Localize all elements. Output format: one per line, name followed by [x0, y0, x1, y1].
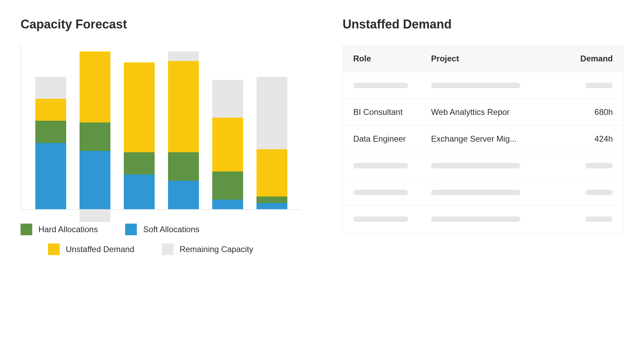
legend-label-soft: Soft Allocations — [143, 225, 199, 234]
table-header: Role Project Demand — [343, 46, 623, 72]
cell-role: Data Engineer — [353, 134, 431, 144]
chart-segment-unstaffed — [80, 51, 110, 122]
skeleton-placeholder — [585, 163, 613, 168]
skeleton-placeholder — [431, 163, 520, 168]
capacity-forecast-chart — [21, 45, 301, 210]
skeleton-placeholder — [431, 83, 520, 88]
table-row[interactable] — [343, 152, 623, 179]
chart-bar — [212, 80, 243, 209]
chart-segment-remaining — [35, 77, 66, 99]
skeleton-placeholder — [431, 190, 520, 195]
chart-segment-soft — [212, 200, 243, 209]
chart-segment-hard — [124, 152, 155, 174]
col-header-demand: Demand — [574, 54, 613, 63]
table-row[interactable]: BI ConsultantWeb Analyttics Repor680h — [343, 99, 623, 126]
legend-item-unstaffed: Unstaffed Demand — [48, 243, 134, 255]
cell-project: Web Analyttics Repor — [431, 107, 574, 117]
chart-segment-unstaffed — [212, 118, 243, 171]
chart-bar — [80, 51, 110, 209]
col-header-role: Role — [353, 54, 431, 63]
chart-segment-hard — [80, 122, 110, 151]
swatch-hard-icon — [21, 224, 32, 235]
chart-segment-remaining — [257, 77, 287, 150]
chart-segment-remaining-negative — [80, 209, 110, 222]
legend-item-soft: Soft Allocations — [125, 224, 199, 235]
swatch-unstaffed-icon — [48, 243, 60, 255]
skeleton-placeholder — [353, 216, 408, 222]
capacity-forecast-panel: Capacity Forecast Hard Allocations Soft … — [21, 17, 301, 263]
chart-segment-soft — [124, 175, 155, 209]
legend-item-remaining: Remaining Capacity — [162, 243, 253, 255]
chart-legend: Hard Allocations Soft Allocations Unstaf… — [21, 224, 301, 255]
chart-bar — [257, 77, 287, 209]
cell-demand: 680h — [574, 107, 613, 117]
unstaffed-demand-title: Unstaffed Demand — [343, 17, 623, 32]
cell-project: Exchange Server Mig... — [431, 134, 574, 144]
swatch-soft-icon — [125, 224, 137, 235]
table-row[interactable] — [343, 206, 623, 233]
skeleton-placeholder — [585, 216, 613, 222]
chart-segment-unstaffed — [35, 99, 66, 121]
chart-bar — [168, 51, 199, 209]
unstaffed-demand-table: Role Project Demand BI ConsultantWeb Ana… — [343, 45, 623, 233]
swatch-remaining-icon — [162, 243, 174, 255]
chart-segment-unstaffed — [124, 62, 155, 152]
chart-segment-soft — [168, 181, 199, 209]
table-row[interactable] — [343, 179, 623, 206]
chart-segment-soft — [80, 151, 110, 209]
chart-segment-unstaffed — [168, 61, 199, 153]
unstaffed-demand-panel: Unstaffed Demand Role Project Demand BI … — [343, 17, 623, 263]
chart-bar — [124, 62, 155, 209]
chart-segment-soft — [257, 203, 287, 209]
skeleton-placeholder — [585, 190, 613, 195]
skeleton-placeholder — [353, 83, 408, 88]
chart-segment-hard — [212, 171, 243, 200]
skeleton-placeholder — [353, 190, 408, 195]
col-header-project: Project — [431, 54, 574, 63]
table-row[interactable]: Data EngineerExchange Server Mig...424h — [343, 126, 623, 152]
skeleton-placeholder — [431, 216, 520, 222]
skeleton-placeholder — [353, 163, 408, 168]
capacity-forecast-title: Capacity Forecast — [21, 17, 301, 32]
chart-segment-hard — [35, 121, 66, 143]
chart-segment-remaining — [168, 51, 199, 61]
legend-label-hard: Hard Allocations — [38, 225, 98, 234]
chart-segment-hard — [168, 152, 199, 181]
chart-segment-unstaffed — [257, 149, 287, 197]
legend-item-hard: Hard Allocations — [21, 224, 98, 235]
legend-label-remaining: Remaining Capacity — [180, 245, 253, 254]
cell-demand: 424h — [574, 134, 613, 144]
chart-segment-hard — [257, 197, 287, 203]
chart-segment-soft — [35, 143, 66, 209]
legend-label-unstaffed: Unstaffed Demand — [66, 245, 134, 254]
skeleton-placeholder — [585, 83, 613, 88]
chart-bar — [35, 77, 66, 209]
chart-segment-remaining — [212, 80, 243, 118]
table-row[interactable] — [343, 72, 623, 99]
cell-role: BI Consultant — [353, 107, 431, 117]
